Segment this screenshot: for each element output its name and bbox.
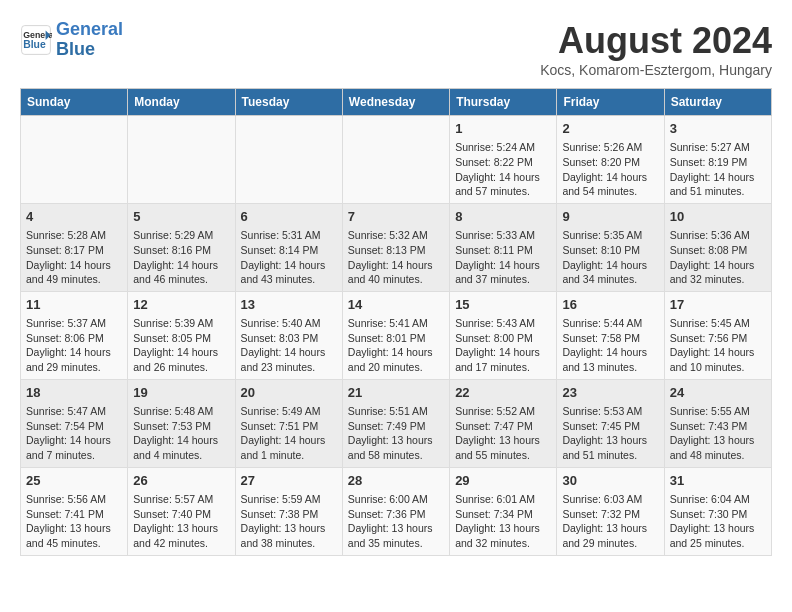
day-detail: Daylight: 13 hours and 38 minutes.: [241, 521, 337, 550]
day-detail: Daylight: 14 hours and 54 minutes.: [562, 170, 658, 199]
day-detail: Sunrise: 5:44 AM: [562, 316, 658, 331]
logo-icon: General Blue: [20, 24, 52, 56]
day-number: 30: [562, 472, 658, 490]
day-detail: Sunset: 7:45 PM: [562, 419, 658, 434]
day-detail: Sunset: 7:54 PM: [26, 419, 122, 434]
calendar-cell: 22Sunrise: 5:52 AMSunset: 7:47 PMDayligh…: [450, 379, 557, 467]
calendar-cell: 17Sunrise: 5:45 AMSunset: 7:56 PMDayligh…: [664, 291, 771, 379]
day-number: 18: [26, 384, 122, 402]
day-detail: Daylight: 13 hours and 51 minutes.: [562, 433, 658, 462]
day-detail: Sunset: 7:38 PM: [241, 507, 337, 522]
day-number: 8: [455, 208, 551, 226]
svg-text:Blue: Blue: [23, 39, 46, 50]
day-detail: Sunset: 7:56 PM: [670, 331, 766, 346]
calendar-cell: 6Sunrise: 5:31 AMSunset: 8:14 PMDaylight…: [235, 203, 342, 291]
weekday-header-sunday: Sunday: [21, 89, 128, 116]
calendar-cell: 9Sunrise: 5:35 AMSunset: 8:10 PMDaylight…: [557, 203, 664, 291]
day-detail: Daylight: 13 hours and 55 minutes.: [455, 433, 551, 462]
day-detail: Sunrise: 5:48 AM: [133, 404, 229, 419]
day-detail: Sunset: 8:17 PM: [26, 243, 122, 258]
calendar-table: SundayMondayTuesdayWednesdayThursdayFrid…: [20, 88, 772, 556]
day-detail: Sunset: 8:08 PM: [670, 243, 766, 258]
weekday-header-saturday: Saturday: [664, 89, 771, 116]
calendar-cell: 31Sunrise: 6:04 AMSunset: 7:30 PMDayligh…: [664, 467, 771, 555]
day-detail: Sunrise: 5:26 AM: [562, 140, 658, 155]
day-detail: Sunset: 7:49 PM: [348, 419, 444, 434]
calendar-cell: 25Sunrise: 5:56 AMSunset: 7:41 PMDayligh…: [21, 467, 128, 555]
day-detail: Daylight: 14 hours and 26 minutes.: [133, 345, 229, 374]
calendar-cell: 12Sunrise: 5:39 AMSunset: 8:05 PMDayligh…: [128, 291, 235, 379]
day-number: 2: [562, 120, 658, 138]
day-detail: Sunrise: 5:47 AM: [26, 404, 122, 419]
day-detail: Sunset: 7:36 PM: [348, 507, 444, 522]
weekday-header-wednesday: Wednesday: [342, 89, 449, 116]
logo: General Blue General Blue: [20, 20, 123, 60]
day-detail: Daylight: 14 hours and 43 minutes.: [241, 258, 337, 287]
day-detail: Sunrise: 5:56 AM: [26, 492, 122, 507]
day-detail: Sunrise: 5:32 AM: [348, 228, 444, 243]
calendar-cell: 26Sunrise: 5:57 AMSunset: 7:40 PMDayligh…: [128, 467, 235, 555]
day-detail: Daylight: 14 hours and 13 minutes.: [562, 345, 658, 374]
weekday-header-thursday: Thursday: [450, 89, 557, 116]
day-detail: Daylight: 13 hours and 32 minutes.: [455, 521, 551, 550]
day-number: 9: [562, 208, 658, 226]
calendar-cell: 13Sunrise: 5:40 AMSunset: 8:03 PMDayligh…: [235, 291, 342, 379]
day-detail: Sunrise: 5:35 AM: [562, 228, 658, 243]
day-detail: Daylight: 14 hours and 51 minutes.: [670, 170, 766, 199]
day-detail: Sunrise: 5:49 AM: [241, 404, 337, 419]
day-detail: Sunrise: 5:59 AM: [241, 492, 337, 507]
day-number: 6: [241, 208, 337, 226]
calendar-cell: 18Sunrise: 5:47 AMSunset: 7:54 PMDayligh…: [21, 379, 128, 467]
day-detail: Daylight: 14 hours and 40 minutes.: [348, 258, 444, 287]
day-number: 14: [348, 296, 444, 314]
day-detail: Sunrise: 5:52 AM: [455, 404, 551, 419]
weekday-header-tuesday: Tuesday: [235, 89, 342, 116]
logo-text: General Blue: [56, 20, 123, 60]
calendar-cell: [342, 116, 449, 204]
day-number: 4: [26, 208, 122, 226]
day-detail: Sunset: 8:16 PM: [133, 243, 229, 258]
calendar-cell: 27Sunrise: 5:59 AMSunset: 7:38 PMDayligh…: [235, 467, 342, 555]
day-number: 16: [562, 296, 658, 314]
week-row-4: 18Sunrise: 5:47 AMSunset: 7:54 PMDayligh…: [21, 379, 772, 467]
day-detail: Sunset: 7:34 PM: [455, 507, 551, 522]
day-detail: Sunset: 8:13 PM: [348, 243, 444, 258]
calendar-cell: 15Sunrise: 5:43 AMSunset: 8:00 PMDayligh…: [450, 291, 557, 379]
day-number: 31: [670, 472, 766, 490]
day-detail: Daylight: 14 hours and 1 minute.: [241, 433, 337, 462]
calendar-cell: 2Sunrise: 5:26 AMSunset: 8:20 PMDaylight…: [557, 116, 664, 204]
day-detail: Daylight: 14 hours and 29 minutes.: [26, 345, 122, 374]
calendar-cell: 23Sunrise: 5:53 AMSunset: 7:45 PMDayligh…: [557, 379, 664, 467]
day-number: 15: [455, 296, 551, 314]
day-detail: Sunrise: 5:45 AM: [670, 316, 766, 331]
day-detail: Sunrise: 5:40 AM: [241, 316, 337, 331]
day-detail: Sunrise: 6:00 AM: [348, 492, 444, 507]
day-number: 10: [670, 208, 766, 226]
page-header: General Blue General Blue August 2024 Ko…: [20, 20, 772, 78]
calendar-cell: 10Sunrise: 5:36 AMSunset: 8:08 PMDayligh…: [664, 203, 771, 291]
day-detail: Daylight: 13 hours and 29 minutes.: [562, 521, 658, 550]
calendar-cell: 20Sunrise: 5:49 AMSunset: 7:51 PMDayligh…: [235, 379, 342, 467]
weekday-header-row: SundayMondayTuesdayWednesdayThursdayFrid…: [21, 89, 772, 116]
day-detail: Sunset: 8:10 PM: [562, 243, 658, 258]
calendar-cell: [128, 116, 235, 204]
day-detail: Sunset: 8:03 PM: [241, 331, 337, 346]
calendar-cell: 24Sunrise: 5:55 AMSunset: 7:43 PMDayligh…: [664, 379, 771, 467]
calendar-cell: 14Sunrise: 5:41 AMSunset: 8:01 PMDayligh…: [342, 291, 449, 379]
day-number: 21: [348, 384, 444, 402]
day-detail: Sunrise: 5:53 AM: [562, 404, 658, 419]
day-detail: Sunset: 7:51 PM: [241, 419, 337, 434]
day-detail: Sunrise: 5:55 AM: [670, 404, 766, 419]
calendar-cell: 1Sunrise: 5:24 AMSunset: 8:22 PMDaylight…: [450, 116, 557, 204]
day-number: 11: [26, 296, 122, 314]
calendar-cell: 21Sunrise: 5:51 AMSunset: 7:49 PMDayligh…: [342, 379, 449, 467]
day-number: 17: [670, 296, 766, 314]
day-detail: Sunrise: 5:27 AM: [670, 140, 766, 155]
day-detail: Sunset: 7:58 PM: [562, 331, 658, 346]
calendar-cell: 30Sunrise: 6:03 AMSunset: 7:32 PMDayligh…: [557, 467, 664, 555]
day-detail: Daylight: 13 hours and 35 minutes.: [348, 521, 444, 550]
day-number: 22: [455, 384, 551, 402]
day-detail: Daylight: 13 hours and 48 minutes.: [670, 433, 766, 462]
title-section: August 2024 Kocs, Komarom-Esztergom, Hun…: [540, 20, 772, 78]
day-detail: Sunrise: 5:31 AM: [241, 228, 337, 243]
